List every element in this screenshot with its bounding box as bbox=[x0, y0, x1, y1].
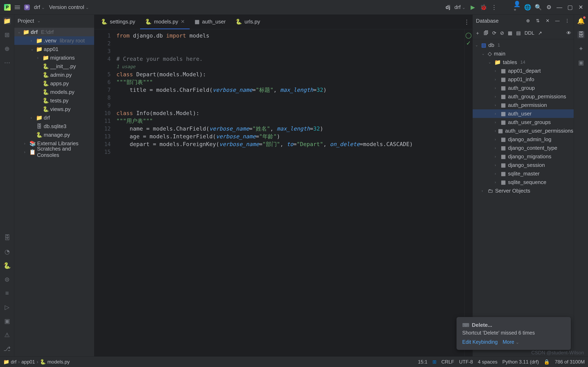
main-menu-icon[interactable] bbox=[15, 6, 20, 9]
line-number[interactable]: 5 bbox=[94, 71, 115, 78]
search-icon[interactable]: 🔍 bbox=[535, 4, 541, 11]
db-root[interactable]: ⌄ ▨ db 1 bbox=[473, 41, 574, 49]
edit-keybinding-link[interactable]: Edit Keybinding bbox=[462, 339, 498, 345]
git-tool-icon[interactable]: ⎇ bbox=[3, 345, 11, 352]
db-table-row[interactable]: ›▦sqlite_master bbox=[473, 169, 574, 178]
code-line[interactable]: """用户表""" bbox=[115, 117, 464, 125]
editor[interactable]: 1234 56789101112131415 from django.db im… bbox=[94, 29, 472, 356]
profiler-tool-icon[interactable]: ◔ bbox=[3, 248, 11, 255]
db-jump-icon[interactable]: ↗ bbox=[538, 30, 542, 36]
db-table-row[interactable]: ›▦auth_group_permissions bbox=[473, 92, 574, 101]
tree-item[interactable]: 🐍tests.py bbox=[14, 96, 94, 105]
db-console-icon[interactable]: 🗐 bbox=[484, 30, 489, 36]
code-line[interactable]: # Create your models here. bbox=[115, 55, 464, 63]
editor-tab[interactable]: 🐍urls.py bbox=[230, 15, 265, 29]
code-line[interactable] bbox=[115, 102, 464, 109]
run-tool-icon[interactable]: ▷ bbox=[3, 303, 11, 311]
settings-icon[interactable]: ⚙ bbox=[545, 4, 552, 11]
project-panel-title[interactable]: Project bbox=[17, 18, 41, 24]
bookmark-tool-icon[interactable]: ▣ bbox=[577, 59, 585, 66]
tree-item[interactable]: ›📋Scratches and Consoles bbox=[14, 148, 94, 156]
line-number[interactable]: 3 bbox=[94, 47, 115, 55]
chevron-right-icon[interactable]: › bbox=[495, 103, 499, 107]
chevron-right-icon[interactable]: › bbox=[495, 129, 496, 133]
chevron-right-icon[interactable]: › bbox=[495, 120, 499, 125]
db-server-objects[interactable]: › 🗀 Server Objects bbox=[473, 186, 574, 195]
code-with-me-icon[interactable]: 👤⁺ bbox=[514, 4, 520, 11]
notifications-icon[interactable]: 🔔 bbox=[577, 17, 585, 25]
breadcrumb[interactable]: 📁 drf›app01›🐍 models.py bbox=[3, 359, 70, 365]
db-table-row[interactable]: ›▦auth_permission bbox=[473, 101, 574, 109]
db-table-row[interactable]: ›▦auth_user bbox=[473, 109, 574, 118]
line-number[interactable]: 8 bbox=[94, 94, 115, 102]
tree-item[interactable]: 🐍models.py bbox=[14, 88, 94, 96]
db-refresh-icon[interactable]: ⟳ bbox=[492, 30, 496, 36]
tree-item[interactable]: 🐍manage.py bbox=[14, 131, 94, 139]
line-number[interactable]: 9 bbox=[94, 102, 115, 109]
chevron-down-icon[interactable]: ⌄ bbox=[482, 51, 486, 56]
code-line[interactable]: class Depart(models.Model): bbox=[115, 71, 464, 78]
minimize-icon[interactable]: — bbox=[556, 4, 563, 11]
editor-tab[interactable]: 🐍settings.py bbox=[96, 15, 140, 29]
chevron-down-icon[interactable]: ⌄ bbox=[488, 60, 492, 65]
line-number[interactable]: 14 bbox=[94, 140, 115, 148]
code-line[interactable]: """部门表""" bbox=[115, 78, 464, 86]
breadcrumb-item[interactable]: 📁 drf bbox=[3, 359, 17, 365]
db-schema[interactable]: ⌄ ◇ main bbox=[473, 49, 574, 58]
code-line[interactable]: depart = models.ForeignKey(verbose_name=… bbox=[115, 140, 464, 148]
db-expand-icon[interactable]: ⇅ bbox=[535, 17, 541, 24]
more-actions-icon[interactable]: ⋮ bbox=[491, 4, 497, 11]
db-table-row[interactable]: ›▦django_content_type bbox=[473, 144, 574, 152]
db-table-row[interactable]: ›▦django_migrations bbox=[473, 152, 574, 161]
editor-code[interactable]: from django.db import models # Create yo… bbox=[115, 29, 464, 356]
line-number[interactable]: 7 bbox=[94, 86, 115, 94]
chevron-down-icon[interactable]: ⌄ bbox=[475, 43, 479, 47]
ai-tool-icon[interactable]: ✦ bbox=[577, 45, 585, 52]
file-encoding[interactable]: UTF-8 bbox=[459, 359, 473, 365]
code-line[interactable]: from django.db import models bbox=[115, 32, 464, 40]
debug-icon[interactable]: 🐞 bbox=[480, 4, 487, 11]
line-number[interactable]: 6 bbox=[94, 78, 115, 86]
tree-item[interactable]: ⌄📁app01 bbox=[14, 45, 94, 53]
db-settings-icon[interactable]: ⊕ bbox=[525, 17, 531, 24]
db-minimize-icon[interactable]: — bbox=[554, 17, 561, 24]
line-number[interactable]: 11 bbox=[94, 117, 115, 125]
tree-item[interactable]: ›📁migrations bbox=[14, 53, 94, 62]
db-add-icon[interactable]: ＋ bbox=[475, 30, 480, 36]
indent-setting[interactable]: 4 spaces bbox=[478, 359, 497, 365]
chevron-right-icon[interactable]: › bbox=[495, 86, 499, 90]
db-table-row[interactable]: ›▦app01_info bbox=[473, 75, 574, 84]
pycharm-icon[interactable]: P bbox=[4, 4, 11, 11]
chevron-right-icon[interactable]: › bbox=[482, 189, 486, 193]
translate-icon[interactable]: 🌐 bbox=[524, 4, 531, 11]
tree-root[interactable]: ⌄ 📁 drf E:\drf bbox=[14, 28, 94, 36]
project-badge[interactable]: D bbox=[24, 4, 30, 10]
chevron-right-icon[interactable]: › bbox=[495, 146, 499, 150]
db-table-row[interactable]: ›▦auth_group bbox=[473, 84, 574, 92]
tree-item[interactable]: 🐍views.py bbox=[14, 105, 94, 113]
more-link[interactable]: More bbox=[503, 339, 519, 345]
code-line[interactable] bbox=[115, 47, 464, 55]
database-tree[interactable]: ⌄ ▨ db 1 ⌄ ◇ main ⌄ 📁 tables 14 ›▦app01_… bbox=[473, 39, 574, 356]
usage-hint[interactable]: 1 usage bbox=[116, 63, 135, 71]
chevron-right-icon[interactable]: › bbox=[495, 180, 499, 184]
line-number[interactable]: 12 bbox=[94, 125, 115, 133]
code-line[interactable]: age = models.IntegerField(verbose_name="… bbox=[115, 133, 464, 140]
close-tab-icon[interactable]: ✕ bbox=[181, 19, 185, 25]
project-name[interactable]: drf bbox=[34, 4, 45, 10]
endpoints-tool-icon[interactable]: ⊕ bbox=[3, 45, 11, 52]
db-table-row[interactable]: ›▦django_admin_log bbox=[473, 135, 574, 144]
more-tools-icon[interactable]: ⋯ bbox=[3, 59, 11, 66]
vcs-widget[interactable]: Version control bbox=[49, 4, 89, 10]
python-packages-icon[interactable]: 🐍 bbox=[3, 262, 11, 269]
layers-tool-icon[interactable]: ≡ bbox=[3, 290, 11, 297]
line-number[interactable]: 10 bbox=[94, 109, 115, 117]
breadcrumb-item[interactable]: 🐍 models.py bbox=[40, 359, 70, 365]
line-number[interactable]: 4 bbox=[94, 55, 115, 63]
db-table-row[interactable]: ›▦auth_user_user_permissions bbox=[473, 126, 574, 135]
db-table-row[interactable]: ›▦django_session bbox=[473, 161, 574, 169]
db-ddl-button[interactable]: DDL bbox=[525, 30, 534, 36]
services-tool-icon[interactable]: ⊜ bbox=[3, 275, 11, 283]
inspection-ok-icon[interactable]: ◯ bbox=[465, 32, 472, 39]
run-config-selector[interactable]: drf bbox=[454, 4, 466, 10]
